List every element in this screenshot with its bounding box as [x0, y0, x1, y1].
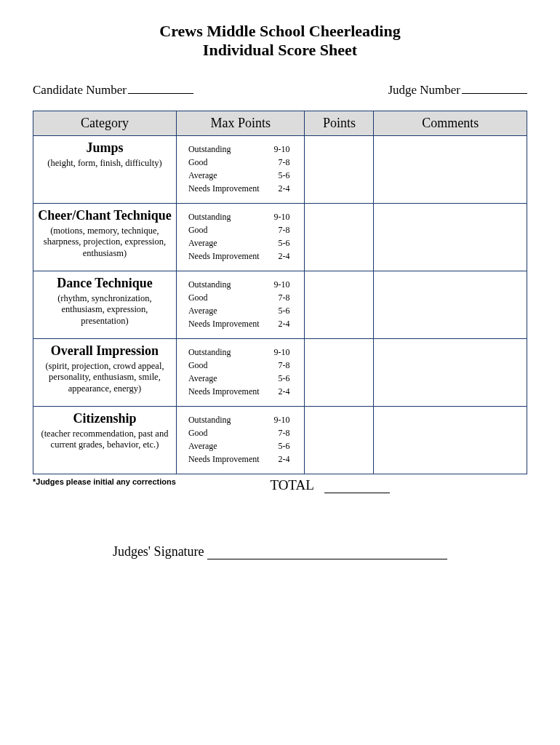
rubric-label: Average: [188, 170, 217, 181]
rubric-label: Average: [188, 238, 217, 249]
category-name: Citizenship: [38, 411, 172, 426]
signature-blank[interactable]: [207, 546, 447, 559]
category-desc: (teacher recommendation, past and curren…: [38, 429, 172, 451]
rubric-range: 9-10: [273, 279, 297, 290]
rubric-label: Average: [188, 306, 217, 316]
points-cell[interactable]: [305, 406, 374, 474]
rubric-row: Outstanding9-10: [188, 211, 297, 224]
comments-cell[interactable]: [374, 135, 527, 203]
rubric-row: Outstanding9-10: [188, 143, 297, 156]
rubric-row: Good7-8: [188, 224, 297, 237]
max-points-cell: Outstanding9-10Good7-8Average5-6Needs Im…: [176, 203, 305, 271]
category-cell: Jumps(height, form, finish, difficulty): [33, 135, 177, 203]
rubric-label: Outstanding: [188, 347, 231, 358]
category-name: Jumps: [38, 140, 172, 156]
rubric-row: Outstanding9-10: [188, 346, 297, 359]
rubric-range: 9-10: [273, 144, 297, 155]
table-row: Jumps(height, form, finish, difficulty)O…: [33, 135, 527, 203]
rubric-range: 5-6: [278, 238, 297, 249]
points-cell[interactable]: [305, 135, 374, 203]
category-desc: (motions, memory, technique, sharpness, …: [38, 226, 172, 260]
footnote: *Judges please initial any corrections: [33, 477, 270, 486]
comments-cell[interactable]: [374, 406, 527, 474]
comments-cell[interactable]: [374, 338, 527, 406]
title-line2: Individual Score Sheet: [33, 41, 527, 60]
category-name: Cheer/Chant Technique: [38, 208, 172, 223]
rubric-row: Good7-8: [188, 359, 297, 372]
rubric-range: 7-8: [278, 225, 297, 236]
title-block: Crews Middle School Cheerleading Individ…: [33, 22, 527, 60]
total-area: TOTAL: [270, 477, 527, 493]
max-points-cell: Outstanding9-10Good7-8Average5-6Needs Im…: [176, 271, 305, 338]
max-points-cell: Outstanding9-10Good7-8Average5-6Needs Im…: [176, 406, 305, 474]
header-points: Points: [305, 111, 374, 135]
rubric-range: 7-8: [278, 157, 297, 168]
rubric-row: Outstanding9-10: [188, 414, 297, 427]
category-cell: Cheer/Chant Technique(motions, memory, t…: [33, 203, 177, 271]
category-name: Overall Impression: [38, 343, 172, 359]
points-cell[interactable]: [305, 203, 374, 271]
rubric-range: 5-6: [278, 170, 297, 181]
category-desc: (rhythm, synchronization, enthusiasm, ex…: [38, 293, 172, 327]
table-row: Overall Impression(spirit, projection, c…: [33, 338, 527, 406]
judge-label: Judge Number: [388, 83, 460, 97]
category-desc: (spirit, projection, crowd appeal, perso…: [38, 361, 172, 395]
rubric-label: Good: [188, 360, 208, 371]
table-row: Citizenship(teacher recommendation, past…: [33, 406, 527, 474]
header-max-points: Max Points: [176, 111, 305, 135]
signature-label: Judges' Signature: [113, 544, 204, 559]
rubric-row: Average5-6: [188, 237, 297, 250]
judge-field: Judge Number: [388, 80, 527, 97]
rubric-label: Good: [188, 225, 208, 236]
rubric-label: Needs Improvement: [188, 183, 260, 194]
max-points-cell: Outstanding9-10Good7-8Average5-6Needs Im…: [176, 338, 305, 406]
judge-blank[interactable]: [462, 80, 527, 94]
category-desc: (height, form, finish, difficulty): [38, 158, 172, 170]
rubric-row: Good7-8: [188, 156, 297, 170]
rubric-row: Average5-6: [188, 170, 297, 183]
category-cell: Overall Impression(spirit, projection, c…: [33, 338, 177, 406]
rubric-row: Needs Improvement2-4: [188, 386, 297, 399]
total-blank[interactable]: [324, 482, 390, 493]
rubric-row: Needs Improvement2-4: [188, 318, 297, 331]
candidate-label: Candidate Number: [33, 83, 127, 97]
rubric-label: Needs Improvement: [188, 454, 260, 465]
rubric-row: Average5-6: [188, 305, 297, 318]
rubric-label: Average: [188, 441, 217, 452]
rubric-label: Needs Improvement: [188, 319, 260, 330]
category-name: Dance Technique: [38, 276, 172, 291]
rubric-row: Outstanding9-10: [188, 279, 297, 292]
signature-row: Judges' Signature: [33, 544, 527, 559]
rubric-range: 9-10: [273, 415, 297, 426]
rubric-label: Good: [188, 428, 208, 439]
points-cell[interactable]: [305, 271, 374, 338]
rubric-range: 5-6: [278, 306, 297, 316]
rubric-row: Good7-8: [188, 292, 297, 305]
rubric-range: 9-10: [273, 212, 297, 223]
table-row: Dance Technique(rhythm, synchronization,…: [33, 271, 527, 338]
comments-cell[interactable]: [374, 271, 527, 338]
rubric-range: 5-6: [278, 441, 297, 452]
rubric-label: Needs Improvement: [188, 251, 260, 262]
rubric-range: 7-8: [278, 428, 297, 439]
category-cell: Dance Technique(rhythm, synchronization,…: [33, 271, 177, 338]
rubric-label: Good: [188, 292, 208, 303]
total-label: TOTAL: [270, 477, 313, 493]
rubric-range: 2-4: [278, 319, 297, 330]
identity-fields: Candidate Number Judge Number: [33, 80, 527, 97]
rubric-range: 5-6: [278, 373, 297, 384]
points-cell[interactable]: [305, 338, 374, 406]
score-table: Category Max Points Points Comments Jump…: [33, 111, 527, 474]
rubric-row: Average5-6: [188, 440, 297, 453]
category-cell: Citizenship(teacher recommendation, past…: [33, 406, 177, 474]
rubric-row: Good7-8: [188, 427, 297, 440]
rubric-label: Outstanding: [188, 415, 231, 426]
candidate-blank[interactable]: [128, 80, 193, 94]
rubric-label: Average: [188, 373, 217, 384]
rubric-range: 9-10: [273, 347, 297, 358]
rubric-range: 7-8: [278, 292, 297, 303]
rubric-range: 2-4: [278, 386, 297, 397]
comments-cell[interactable]: [374, 203, 527, 271]
rubric-label: Outstanding: [188, 144, 231, 155]
rubric-range: 2-4: [278, 183, 297, 194]
